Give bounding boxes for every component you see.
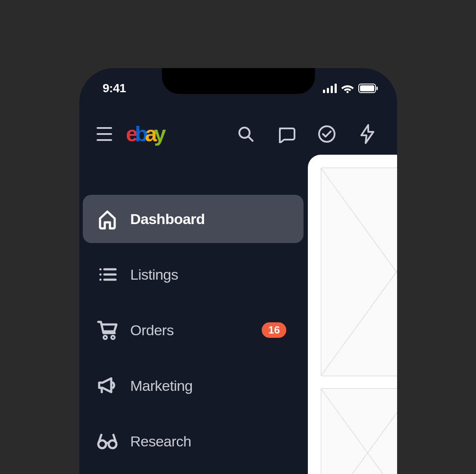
list-icon (96, 263, 119, 286)
svg-point-10 (319, 126, 335, 142)
phone-notch (162, 68, 315, 94)
nav-item-marketing[interactable]: Marketing (83, 362, 304, 410)
top-bar: e b a y (79, 115, 397, 153)
nav-item-research[interactable]: Research (83, 417, 304, 465)
nav-label: Marketing (130, 377, 193, 394)
nav-label: Research (130, 433, 191, 450)
nav-item-listings[interactable]: Listings (83, 250, 304, 299)
content-panel (308, 155, 397, 474)
status-icons (323, 84, 378, 93)
activity-button[interactable] (358, 125, 376, 143)
cellular-icon (323, 84, 337, 93)
svg-point-18 (111, 336, 115, 339)
svg-point-4 (347, 91, 349, 93)
nav-item-dashboard[interactable]: Dashboard (83, 195, 304, 243)
chat-icon (277, 125, 295, 143)
sidebar-nav: Dashboard Listings Orders 16 Marketing (83, 195, 304, 474)
tasks-button[interactable] (318, 125, 336, 143)
placeholder-card (321, 388, 397, 474)
status-time: 9:41 (103, 81, 126, 95)
nav-label: Listings (130, 266, 178, 283)
battery-icon (358, 84, 378, 93)
svg-point-17 (103, 336, 107, 339)
svg-rect-1 (327, 88, 329, 93)
nav-label: Orders (130, 322, 174, 339)
lightning-icon (360, 124, 375, 144)
messages-button[interactable] (277, 125, 295, 143)
logo-y: y (154, 122, 165, 147)
svg-point-13 (100, 274, 102, 276)
home-icon (96, 207, 119, 231)
phone-frame: 9:41 e b a y (79, 68, 397, 474)
svg-rect-7 (376, 87, 378, 90)
nav-label: Dashboard (130, 211, 205, 228)
check-circle-icon (318, 125, 336, 143)
svg-point-11 (100, 268, 102, 271)
ebay-logo[interactable]: e b a y (126, 122, 165, 147)
menu-button[interactable] (97, 125, 114, 143)
svg-line-9 (248, 137, 253, 141)
search-icon (237, 125, 254, 143)
svg-rect-2 (331, 86, 333, 93)
glasses-icon (96, 430, 119, 453)
svg-rect-0 (323, 90, 325, 93)
svg-rect-6 (360, 85, 374, 91)
top-icon-row (237, 125, 380, 143)
svg-rect-3 (335, 84, 337, 93)
orders-badge: 16 (262, 322, 286, 338)
placeholder-card (321, 168, 397, 376)
megaphone-icon (96, 374, 119, 397)
wifi-icon (341, 84, 354, 93)
cart-icon (96, 318, 119, 342)
search-button[interactable] (237, 125, 255, 143)
nav-item-orders[interactable]: Orders 16 (83, 306, 304, 354)
svg-point-15 (100, 279, 102, 281)
